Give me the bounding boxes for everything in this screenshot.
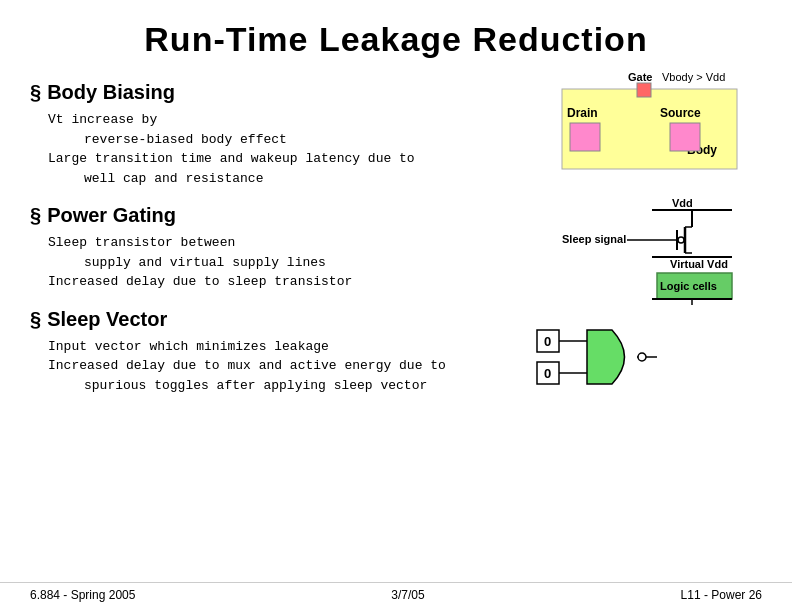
sv-input1: 0 [544, 334, 551, 349]
sleep-signal-label: Sleep signal [562, 233, 626, 245]
footer-right: L11 - Power 26 [681, 588, 762, 602]
sleep-vector-svg: 0 0 [532, 320, 662, 400]
body-biasing-svg: Gate Vbody > Vdd Drain Source Body [532, 69, 742, 177]
sv-input2: 0 [544, 366, 551, 381]
logic-cells-label: Logic cells [660, 280, 717, 292]
virtual-vdd-label: Virtual Vdd [670, 258, 728, 270]
right-column: Gate Vbody > Vdd Drain Source Body [532, 69, 762, 400]
svg-rect-3 [670, 123, 700, 151]
slide-title: Run-Time Leakage Reduction [30, 20, 762, 59]
bb-line2: reverse-biased body effect [48, 130, 522, 150]
sv-line2: Increased delay due to mux and active en… [48, 356, 522, 376]
bullet-power-gating: § [30, 200, 41, 231]
vdd-label: Vdd [672, 197, 693, 209]
pg-line1: Sleep transistor between [48, 233, 522, 253]
section-sleep-vector: § Sleep Vector [30, 304, 522, 335]
power-gating-svg: Vdd [532, 195, 742, 305]
bb-line3: Large transition time and wakeup latency… [48, 149, 522, 169]
gate-label: Gate [628, 71, 652, 83]
body-biasing-text: Vt increase by reverse-biased body effec… [30, 110, 522, 188]
vbody-label: Vbody > Vdd [662, 71, 725, 83]
bb-line4: well cap and resistance [48, 169, 522, 189]
sleep-vector-text: Input vector which minimizes leakage Inc… [30, 337, 522, 396]
footer-center: 3/7/05 [391, 588, 424, 602]
section-power-gating: § Power Gating [30, 200, 522, 231]
body-biasing-diagram: Gate Vbody > Vdd Drain Source Body [532, 69, 762, 177]
sv-line3: spurious toggles after applying sleep ve… [48, 376, 522, 396]
slide: Run-Time Leakage Reduction § Body Biasin… [0, 0, 792, 612]
pg-line2: supply and virtual supply lines [48, 253, 522, 273]
power-gating-diagram: Vdd [532, 195, 762, 305]
footer-left: 6.884 - Spring 2005 [30, 588, 135, 602]
svg-point-11 [678, 237, 684, 243]
svg-point-21 [638, 353, 646, 361]
section-body-biasing: § Body Biasing [30, 77, 522, 108]
svg-rect-2 [570, 123, 600, 151]
bullet-body-biasing: § [30, 77, 41, 108]
sleep-vector-diagram: 0 0 [532, 320, 762, 400]
svg-rect-1 [637, 83, 651, 97]
content-area: § Body Biasing Vt increase by reverse-bi… [30, 69, 762, 400]
sv-line1: Input vector which minimizes leakage [48, 337, 522, 357]
bb-line1: Vt increase by [48, 110, 522, 130]
power-gating-text: Sleep transistor between supply and virt… [30, 233, 522, 292]
source-label: Source [660, 106, 701, 120]
drain-label: Drain [567, 106, 598, 120]
left-column: § Body Biasing Vt increase by reverse-bi… [30, 69, 522, 400]
pg-line3: Increased delay due to sleep transistor [48, 272, 522, 292]
footer: 6.884 - Spring 2005 3/7/05 L11 - Power 2… [0, 582, 792, 602]
bullet-sleep-vector: § [30, 304, 41, 335]
